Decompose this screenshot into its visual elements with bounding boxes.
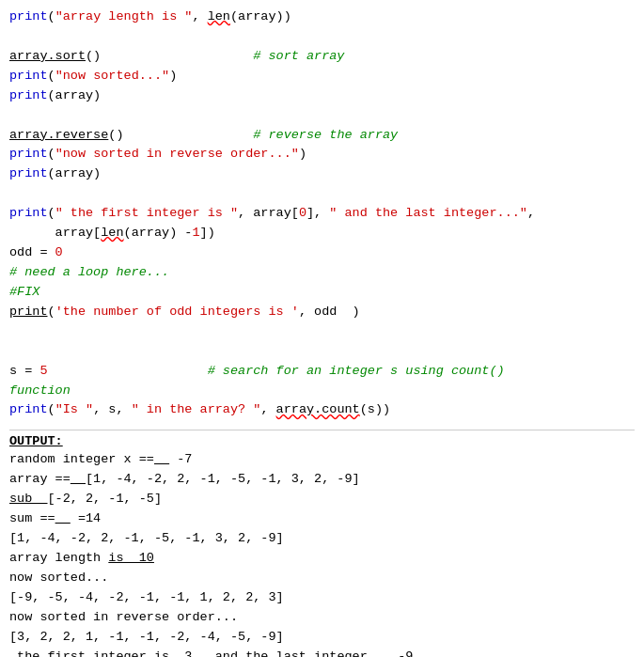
output-label: OUTPUT: xyxy=(9,434,635,448)
output-line: sub [-2, 2, -1, -5] xyxy=(9,490,635,509)
code-line: print("Is ", s, " in the array? ", array… xyxy=(9,400,635,420)
code-line: s = 5 # search for an integer s using co… xyxy=(9,362,635,382)
output-line: array == [1, -4, -2, 2, -1, -5, -1, 3, 2… xyxy=(9,470,635,490)
code-line: print(array) xyxy=(9,86,635,106)
code-line: function xyxy=(9,382,635,401)
code-line: print(" the first integer is ", array[0]… xyxy=(9,204,635,224)
code-line xyxy=(9,342,635,362)
code-line: array.sort() # sort array xyxy=(9,47,635,67)
code-line: array[len(array) -1]) xyxy=(9,224,635,243)
code-line: print('the number of odd integers is ', … xyxy=(9,303,635,322)
output-line: [1, -4, -2, 2, -1, -5, -1, 3, 2, -9] xyxy=(9,529,635,549)
code-line: print(array) xyxy=(9,164,635,184)
code-line: odd = 0 xyxy=(9,243,635,263)
output-section: OUTPUT: random integer x == -7 array == … xyxy=(9,430,635,657)
output-line: array length is 10 xyxy=(9,549,635,569)
output-line: random integer x == -7 xyxy=(9,450,635,470)
output-line: sum == =14 xyxy=(9,509,635,529)
code-line xyxy=(9,184,635,204)
code-line xyxy=(9,322,635,342)
code-section: print("array length is ", len(array)) ar… xyxy=(9,8,635,420)
code-line xyxy=(9,106,635,126)
code-line: print("now sorted...") xyxy=(9,67,635,86)
code-line: print("array length is ", len(array)) xyxy=(9,8,635,27)
output-line: [3, 2, 2, 1, -1, -1, -2, -4, -5, -9] xyxy=(9,628,635,648)
output-line: [-9, -5, -4, -2, -1, -1, 1, 2, 2, 3] xyxy=(9,588,635,608)
output-line: now sorted... xyxy=(9,569,635,588)
output-line: the first integer is 3 and the last inte… xyxy=(9,648,635,657)
code-line: #FIX xyxy=(9,283,635,303)
code-line: print("now sorted in reverse order...") xyxy=(9,145,635,164)
output-line: now sorted in reverse order... xyxy=(9,608,635,628)
code-line xyxy=(9,27,635,47)
code-line: # need a loop here... xyxy=(9,263,635,283)
code-line: array.reverse() # reverse the array xyxy=(9,126,635,146)
